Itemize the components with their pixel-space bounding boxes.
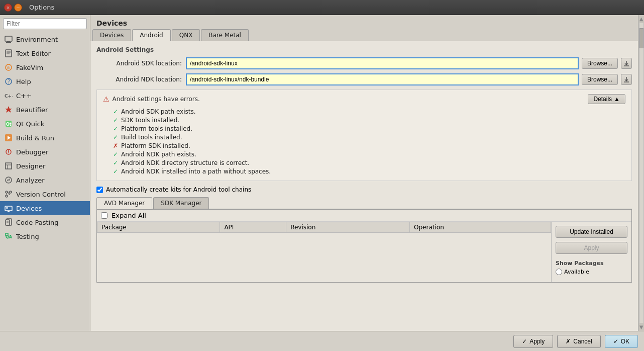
auto-create-kits-checkbox[interactable] — [96, 187, 103, 193]
devices-icon — [4, 204, 13, 213]
check-item-3: ✓ Build tools installed. — [113, 134, 625, 141]
update-installed-button[interactable]: Update Installed — [556, 226, 627, 238]
sidebar-item-testing[interactable]: QA Testing — [0, 229, 90, 243]
tab-bare-metal[interactable]: Bare Metal — [201, 29, 249, 41]
close-button[interactable]: × — [4, 4, 12, 12]
sidebar-item-beautifier[interactable]: Beautifier — [0, 103, 90, 117]
sidebar-item-devices[interactable]: Devices — [0, 201, 90, 215]
tab-sdk-manager[interactable]: SDK Manager — [153, 197, 209, 209]
sidebar-item-cpp-label: C++ — [16, 92, 32, 100]
svg-text:QA: QA — [6, 235, 13, 239]
check-item-2: ✓ Platform tools installed. — [113, 125, 625, 132]
sidebar-item-designer-label: Designer — [16, 162, 45, 170]
sidebar-item-code-pasting[interactable]: Code Pasting — [0, 215, 90, 229]
sidebar-filter-input[interactable] — [3, 18, 87, 29]
ndk-download-button[interactable] — [621, 74, 632, 85]
auto-create-kits-label: Automatically create kits for Android to… — [106, 186, 251, 193]
ndk-input-wrapper: Browse... — [186, 73, 632, 85]
svg-text:Qt: Qt — [6, 122, 12, 127]
svg-point-25 — [10, 191, 12, 193]
tab-avd-manager[interactable]: AVD Manager — [96, 197, 152, 209]
available-radio-row: Available — [556, 269, 627, 275]
svg-marker-12 — [5, 106, 12, 113]
svg-text:Vi: Vi — [7, 66, 11, 70]
main-scrollbar[interactable]: ▲ ▼ — [638, 15, 644, 331]
content-area: Environment Text Editor Vi FakeVim ? Hel… — [0, 15, 644, 331]
details-button[interactable]: Details ▲ — [588, 94, 625, 104]
ok-button[interactable]: ✓ OK — [605, 335, 638, 348]
titlebar: × − Options — [0, 0, 644, 15]
sdk-download-button[interactable] — [621, 58, 632, 69]
col-package: Package — [97, 222, 220, 233]
sidebar: Environment Text Editor Vi FakeVim ? Hel… — [0, 15, 90, 331]
sidebar-item-fakevim[interactable]: Vi FakeVim — [0, 60, 90, 74]
sidebar-item-text-editor[interactable]: Text Editor — [0, 46, 90, 60]
expand-all-checkbox[interactable] — [101, 212, 108, 219]
svg-rect-0 — [5, 36, 12, 41]
sidebar-item-designer[interactable]: Designer — [0, 159, 90, 173]
check-item-1: ✓ SDK tools installed. — [113, 117, 625, 124]
cancel-button[interactable]: ✗ Cancel — [557, 335, 600, 348]
scroll-thumb[interactable] — [639, 28, 643, 48]
svg-point-19 — [8, 152, 9, 153]
ndk-location-input[interactable] — [186, 73, 579, 85]
check-item-7: ✓ Android NDK installed into a path with… — [113, 168, 625, 175]
scroll-track[interactable] — [639, 23, 644, 323]
show-packages-section: Show Packages Available — [556, 260, 627, 276]
available-radio[interactable] — [556, 269, 562, 275]
sidebar-item-cpp[interactable]: C++ C++ — [0, 89, 90, 103]
sidebar-item-version-control[interactable]: Version Control — [0, 187, 90, 201]
bottom-bar: ✓ Apply ✗ Cancel ✓ OK — [0, 331, 644, 351]
apply-button[interactable]: ✓ Apply — [513, 335, 553, 348]
sidebar-item-fakevim-label: FakeVim — [16, 64, 43, 71]
testing-icon: QA — [4, 232, 13, 241]
expand-all-label: Expand All — [112, 212, 146, 219]
sdk-table-wrapper: Package API Revision Operation — [97, 222, 631, 282]
sidebar-item-qt-quick[interactable]: Qt Qt Quick — [0, 117, 90, 131]
apply-sdk-button[interactable]: Apply — [556, 242, 627, 254]
qt-quick-icon: Qt — [4, 119, 13, 128]
svg-point-26 — [6, 195, 8, 197]
svg-text:C++: C++ — [5, 94, 13, 99]
sidebar-item-version-control-label: Version Control — [16, 191, 66, 198]
sidebar-item-devices-label: Devices — [16, 205, 42, 212]
sidebar-item-analyzer[interactable]: Analyzer — [0, 173, 90, 187]
tab-qnx[interactable]: QNX — [172, 29, 200, 41]
sdk-table[interactable]: Package API Revision Operation — [97, 222, 551, 282]
sdk-toolbar: Expand All — [97, 210, 631, 222]
minimize-button[interactable]: − — [14, 4, 22, 12]
sidebar-item-build-run[interactable]: Build & Run — [0, 131, 90, 145]
sdk-location-input[interactable] — [186, 57, 579, 69]
svg-rect-1 — [7, 41, 10, 42]
svg-rect-3 — [6, 50, 12, 57]
code-pasting-icon — [4, 218, 13, 227]
designer-icon — [4, 161, 13, 170]
sidebar-item-help[interactable]: ? Help — [0, 74, 90, 89]
check-item-0: ✓ Android SDK path exists. — [113, 108, 625, 115]
section-title: Android Settings — [96, 46, 632, 53]
sidebar-item-debugger[interactable]: Debugger — [0, 145, 90, 159]
svg-rect-2 — [6, 42, 11, 43]
check-item-5: ✓ Android NDK path exists. — [113, 151, 625, 158]
tab-devices[interactable]: Devices — [92, 29, 131, 41]
ndk-browse-button[interactable]: Browse... — [582, 74, 618, 85]
svg-point-24 — [6, 191, 8, 193]
cancel-label: Cancel — [573, 338, 592, 345]
tab-android[interactable]: Android — [132, 29, 170, 41]
ok-check-icon: ✓ — [613, 338, 618, 345]
cpp-icon: C++ — [4, 91, 13, 100]
window-controls: × − — [4, 4, 22, 12]
debugger-icon — [4, 147, 13, 156]
sdk-label: Android SDK location: — [96, 60, 182, 67]
apply-label: Apply — [529, 338, 545, 345]
main-panel: Devices Devices Android QNX Bare Metal A… — [90, 15, 638, 331]
sdk-browse-button[interactable]: Browse... — [582, 58, 618, 69]
sdk-location-row: Android SDK location: Browse... — [96, 57, 632, 69]
auto-create-kits-row: Automatically create kits for Android to… — [96, 186, 632, 193]
sidebar-item-environment[interactable]: Environment — [0, 32, 90, 46]
show-packages-title: Show Packages — [556, 260, 627, 267]
panel-header: Devices — [90, 15, 638, 29]
android-panel-content: Android Settings Android SDK location: B… — [90, 41, 638, 331]
col-operation: Operation — [410, 222, 551, 233]
sidebar-item-testing-label: Testing — [16, 233, 39, 240]
